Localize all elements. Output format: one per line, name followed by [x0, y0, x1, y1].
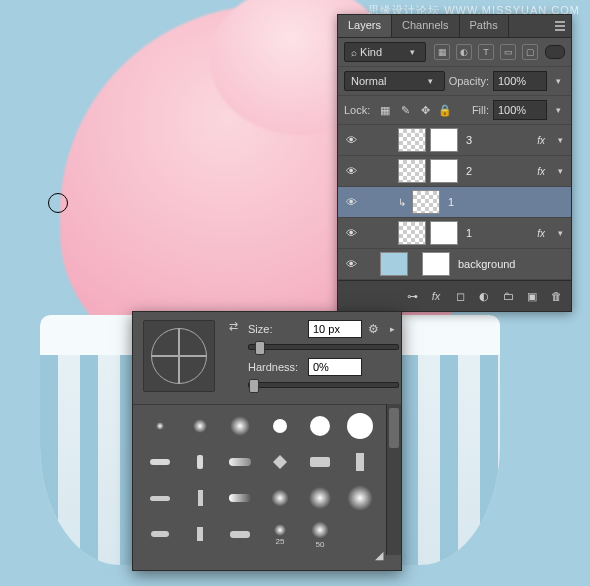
- layer-group-icon[interactable]: 🗀: [501, 289, 515, 303]
- layer-thumbnail[interactable]: [412, 190, 440, 214]
- hardness-input[interactable]: [308, 358, 362, 376]
- layer-thumbnail[interactable]: [398, 221, 426, 245]
- brush-preset[interactable]: [301, 409, 339, 443]
- layer-name-label[interactable]: background: [458, 258, 516, 270]
- brush-preset-size-label: 50: [316, 540, 325, 549]
- layer-mask-thumbnail[interactable]: [430, 221, 458, 245]
- flip-brush-icon[interactable]: ⇄: [229, 320, 238, 332]
- brush-preset[interactable]: [301, 445, 339, 479]
- brush-preset[interactable]: [181, 481, 219, 515]
- opacity-input[interactable]: 100%: [493, 71, 547, 91]
- layer-fx-badge[interactable]: fx: [537, 166, 545, 177]
- filter-adjust-icon[interactable]: ◐: [456, 44, 472, 60]
- blend-mode-value: Normal: [351, 75, 386, 87]
- layer-thumbnail[interactable]: [380, 252, 408, 276]
- size-label: Size:: [248, 323, 302, 335]
- kind-filter-dropdown[interactable]: ⌕ Kind ▾: [344, 42, 426, 62]
- brush-preset[interactable]: [141, 445, 179, 479]
- brush-preset[interactable]: [341, 409, 379, 443]
- visibility-toggle-icon[interactable]: 👁: [342, 162, 360, 180]
- visibility-toggle-icon[interactable]: 👁: [342, 255, 360, 273]
- layer-mask-thumbnail[interactable]: [422, 252, 450, 276]
- brush-preset[interactable]: 25: [261, 517, 299, 551]
- panel-menu-icon[interactable]: [549, 15, 571, 37]
- lock-fill-row: Lock: ▦ ✎ ✥ 🔒 Fill: 100% ▾: [338, 96, 571, 125]
- layer-row[interactable]: 👁 3 fx ▾: [338, 125, 571, 156]
- brush-preset[interactable]: [141, 409, 179, 443]
- brush-preset[interactable]: [301, 481, 339, 515]
- filter-type-icon[interactable]: T: [478, 44, 494, 60]
- layer-mask-thumbnail[interactable]: [430, 159, 458, 183]
- hardness-label: Hardness:: [248, 361, 302, 373]
- brush-preset[interactable]: [261, 481, 299, 515]
- size-slider[interactable]: [248, 344, 399, 350]
- brush-preset[interactable]: [261, 409, 299, 443]
- link-layers-icon[interactable]: ⊶: [405, 289, 419, 303]
- visibility-toggle-icon[interactable]: 👁: [342, 193, 360, 211]
- layer-name-label[interactable]: 1: [466, 227, 472, 239]
- layer-style-icon[interactable]: fx: [429, 289, 443, 303]
- fill-input[interactable]: 100%: [493, 100, 547, 120]
- brush-preset[interactable]: [221, 409, 259, 443]
- opacity-dropdown-icon[interactable]: ▾: [551, 74, 565, 88]
- tab-paths[interactable]: Paths: [460, 15, 509, 37]
- fx-expand-icon[interactable]: ▾: [553, 164, 567, 178]
- size-input[interactable]: [308, 320, 362, 338]
- delete-layer-icon[interactable]: 🗑: [549, 289, 563, 303]
- brush-preset[interactable]: 50: [301, 517, 339, 551]
- layer-row[interactable]: 👁 2 fx ▾: [338, 156, 571, 187]
- lock-all-icon[interactable]: 🔒: [438, 103, 452, 117]
- layer-row[interactable]: 👁 background: [338, 249, 571, 280]
- scrollbar-thumb[interactable]: [389, 408, 399, 448]
- layer-name-label[interactable]: 1: [448, 196, 454, 208]
- visibility-toggle-icon[interactable]: 👁: [342, 131, 360, 149]
- adjustment-layer-icon[interactable]: ◐: [477, 289, 491, 303]
- brush-settings-gear-icon[interactable]: ⚙: [368, 322, 379, 336]
- new-layer-icon[interactable]: ▣: [525, 289, 539, 303]
- blend-opacity-row: Normal ▾ Opacity: 100% ▾: [338, 67, 571, 96]
- brush-preset[interactable]: [341, 481, 379, 515]
- visibility-toggle-icon[interactable]: 👁: [342, 224, 360, 242]
- brush-preset[interactable]: [221, 481, 259, 515]
- brush-tip-preview[interactable]: [143, 320, 215, 392]
- filter-toggle-switch[interactable]: [545, 45, 565, 59]
- filter-pixel-icon[interactable]: ▦: [434, 44, 450, 60]
- resize-handle-icon[interactable]: ◢: [365, 546, 393, 564]
- fill-dropdown-icon[interactable]: ▾: [551, 103, 565, 117]
- brush-preset[interactable]: [341, 445, 379, 479]
- brush-preset[interactable]: [181, 445, 219, 479]
- layer-thumbnail[interactable]: [398, 128, 426, 152]
- brush-grid-scrollbar[interactable]: [386, 404, 401, 555]
- tab-layers[interactable]: Layers: [338, 15, 392, 37]
- layer-name-label[interactable]: 2: [466, 165, 472, 177]
- fx-expand-icon[interactable]: ▾: [553, 226, 567, 240]
- layer-row[interactable]: 👁 1 fx ▾: [338, 218, 571, 249]
- filter-smart-icon[interactable]: ▢: [522, 44, 538, 60]
- layer-fx-badge[interactable]: fx: [537, 135, 545, 146]
- lock-pixels-icon[interactable]: ✎: [398, 103, 412, 117]
- brush-menu-icon[interactable]: ▸: [385, 322, 399, 336]
- brush-preset-size-label: 25: [276, 537, 285, 546]
- brush-preset[interactable]: [141, 481, 179, 515]
- layer-mask-icon[interactable]: ◻: [453, 289, 467, 303]
- hardness-slider[interactable]: [248, 382, 399, 388]
- layer-thumbnail[interactable]: [398, 159, 426, 183]
- opacity-label: Opacity:: [449, 75, 489, 87]
- brush-preset[interactable]: [181, 409, 219, 443]
- lock-position-icon[interactable]: ✥: [418, 103, 432, 117]
- brush-preset[interactable]: [221, 517, 259, 551]
- brush-preset[interactable]: [261, 445, 299, 479]
- layer-fx-badge[interactable]: fx: [537, 228, 545, 239]
- brush-preset[interactable]: [221, 445, 259, 479]
- layer-row[interactable]: 👁 ↳ 1: [338, 187, 571, 218]
- layer-name-label[interactable]: 3: [466, 134, 472, 146]
- lock-transparent-icon[interactable]: ▦: [378, 103, 392, 117]
- brush-preset[interactable]: [141, 517, 179, 551]
- layer-mask-thumbnail[interactable]: [430, 128, 458, 152]
- blend-mode-dropdown[interactable]: Normal ▾: [344, 71, 445, 91]
- fx-expand-icon[interactable]: ▾: [553, 133, 567, 147]
- tab-channels[interactable]: Channels: [392, 15, 459, 37]
- brush-preset[interactable]: [181, 517, 219, 551]
- layers-panel-footer: ⊶ fx ◻ ◐ 🗀 ▣ 🗑: [338, 280, 571, 311]
- filter-shape-icon[interactable]: ▭: [500, 44, 516, 60]
